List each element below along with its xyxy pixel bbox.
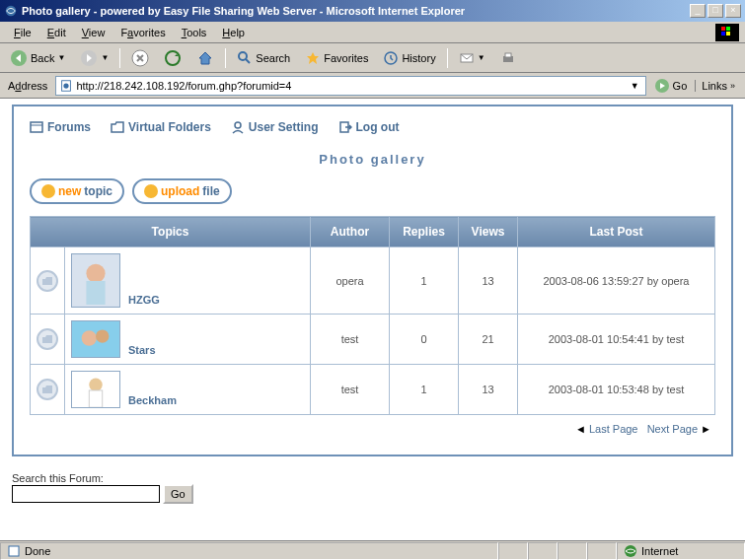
menu-help[interactable]: Help — [214, 25, 253, 40]
menu-favorites[interactable]: Favorites — [112, 25, 173, 40]
go-label: Go — [673, 80, 688, 92]
forward-button[interactable]: ▼ — [74, 45, 114, 71]
new-topic-button[interactable]: newtopic — [30, 178, 124, 204]
svg-point-13 — [64, 83, 69, 88]
internet-zone-icon — [624, 544, 637, 558]
links-label: Links — [702, 80, 727, 92]
menu-file[interactable]: File — [6, 25, 39, 40]
table-row: Stars test 0 21 2003-08-01 10:54:41 by t… — [31, 315, 715, 365]
svg-point-20 — [86, 264, 105, 283]
print-button[interactable] — [494, 46, 522, 70]
svg-rect-21 — [86, 281, 105, 305]
topic-link[interactable]: HZGG — [128, 294, 160, 308]
page-title: Photo gallery — [30, 152, 715, 167]
svg-rect-11 — [505, 53, 511, 57]
topic-thumbnail[interactable] — [71, 371, 120, 408]
cell-views: 21 — [459, 315, 518, 365]
search-label: Search this Forum: — [12, 472, 733, 484]
go-icon — [654, 78, 670, 94]
next-page-link[interactable]: Next Page — [647, 423, 698, 435]
col-topics: Topics — [31, 217, 311, 247]
pagination: ◄ Last Page Next Page ► — [30, 415, 715, 435]
toolbar-separator — [447, 48, 448, 68]
cell-author: test — [311, 315, 390, 365]
search-button[interactable]: Search — [231, 46, 296, 70]
svg-point-0 — [6, 6, 17, 17]
menu-tools[interactable]: Tools — [174, 25, 215, 40]
status-main: Done — [0, 542, 498, 560]
cell-lastpost: 2003-08-01 10:54:41 by test — [518, 315, 715, 365]
logout-icon — [338, 120, 352, 134]
page-next-icon: ► — [701, 423, 711, 435]
toolbar-separator — [119, 48, 120, 68]
svg-point-5 — [166, 51, 180, 65]
cell-replies: 0 — [390, 315, 459, 365]
topic-link[interactable]: Beckham — [128, 394, 177, 408]
content-pane: Forums Virtual Folders User Setting Log … — [0, 99, 745, 540]
address-input-wrapper[interactable]: ▼ — [55, 76, 645, 96]
mail-icon — [459, 50, 475, 66]
upload-file-icon — [144, 184, 158, 198]
topic-thumbnail[interactable] — [71, 253, 120, 308]
address-input[interactable] — [76, 80, 624, 92]
search-input[interactable] — [12, 485, 160, 503]
status-pane — [528, 542, 558, 560]
ie-logo — [715, 24, 739, 41]
forum-nav: Forums Virtual Folders User Setting Log … — [30, 116, 715, 144]
col-author: Author — [311, 217, 390, 247]
page-prev-icon: ◄ — [575, 423, 586, 435]
status-text: Done — [25, 545, 50, 557]
back-button[interactable]: Back ▼ — [4, 45, 71, 71]
maximize-button[interactable]: □ — [708, 4, 723, 18]
cell-author: opera — [311, 247, 390, 315]
nav-user-setting[interactable]: User Setting — [231, 120, 319, 134]
links-bar[interactable]: Links » — [695, 80, 741, 92]
refresh-icon — [164, 49, 182, 67]
search-go-button[interactable]: Go — [163, 484, 193, 504]
window-title: Photo gallery - powered by Easy File Sha… — [22, 5, 465, 17]
last-page-link[interactable]: Last Page — [589, 423, 638, 435]
table-row: Beckham test 1 13 2003-08-01 10:53:48 by… — [31, 365, 715, 415]
folders-icon — [111, 120, 124, 134]
nav-forums[interactable]: Forums — [30, 120, 91, 134]
page-icon — [59, 79, 73, 93]
search-forum: Search this Forum: Go — [12, 472, 733, 504]
home-button[interactable] — [190, 45, 220, 71]
cell-author: test — [311, 365, 390, 415]
topic-status-icon — [37, 270, 58, 292]
topics-table: Topics Author Replies Views Last Post HZ… — [30, 216, 715, 415]
menu-edit[interactable]: Edit — [39, 25, 74, 40]
close-button[interactable]: × — [725, 4, 741, 18]
new-topic-icon — [41, 184, 55, 198]
favorites-button[interactable]: Favorites — [299, 46, 374, 70]
upload-file-button[interactable]: uploadfile — [132, 178, 232, 204]
topic-link[interactable]: Stars — [128, 344, 156, 358]
svg-line-7 — [246, 59, 250, 63]
svg-rect-27 — [89, 390, 102, 407]
search-icon — [237, 50, 253, 66]
menu-bar: File Edit View Favorites Tools Help — [0, 22, 745, 43]
status-pane — [498, 542, 528, 560]
cell-replies: 1 — [390, 365, 459, 415]
mail-dropdown-icon[interactable]: ▼ — [478, 53, 485, 62]
svg-point-24 — [96, 329, 109, 342]
forward-dropdown-icon[interactable]: ▼ — [101, 53, 109, 62]
stop-button[interactable] — [125, 45, 155, 71]
favorites-label: Favorites — [324, 52, 368, 64]
address-dropdown-icon[interactable]: ▼ — [628, 81, 642, 91]
nav-virtual-folders[interactable]: Virtual Folders — [111, 120, 211, 134]
back-dropdown-icon[interactable]: ▼ — [57, 53, 65, 62]
col-lastpost: Last Post — [518, 217, 715, 247]
cell-replies: 1 — [390, 247, 459, 315]
topic-thumbnail[interactable] — [71, 320, 120, 358]
nav-logout[interactable]: Log out — [338, 120, 400, 134]
mail-button[interactable]: ▼ — [453, 46, 491, 70]
history-icon — [383, 50, 399, 66]
history-button[interactable]: History — [377, 46, 441, 70]
menu-view[interactable]: View — [74, 25, 113, 40]
refresh-button[interactable] — [158, 45, 187, 71]
status-zone: Internet — [617, 542, 745, 560]
minimize-button[interactable]: _ — [690, 4, 706, 18]
go-button[interactable]: Go — [650, 76, 692, 96]
topic-status-icon — [37, 379, 58, 400]
